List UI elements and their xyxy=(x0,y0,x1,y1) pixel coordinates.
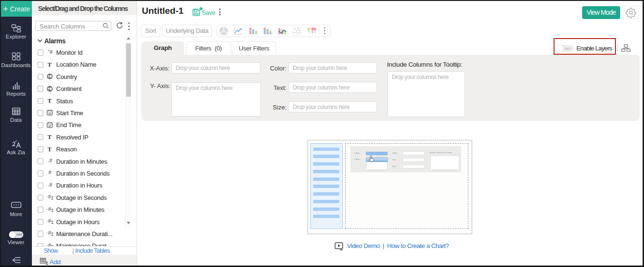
svg-text:17: 17 xyxy=(48,112,51,115)
svg-text:17: 17 xyxy=(48,125,51,128)
svg-text:Σ: Σ xyxy=(46,261,48,265)
